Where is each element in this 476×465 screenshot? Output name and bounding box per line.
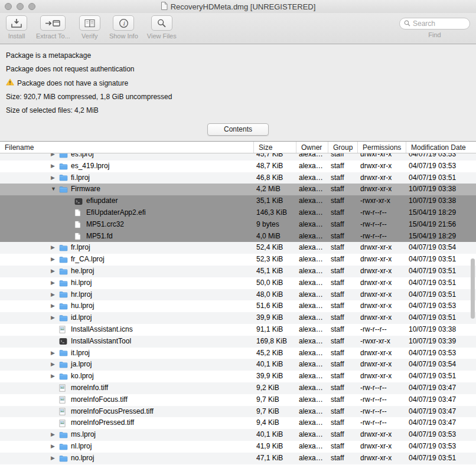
table-row[interactable]: InstallAssistantTool169,8 KiBalexa…staff… (0, 336, 476, 348)
group-cell: staff (328, 324, 358, 336)
folder-icon (59, 280, 70, 287)
search-input[interactable] (413, 19, 465, 28)
table-row[interactable]: fi.lproj46,8 KiBalexa…staffdrwxr-xr-x04/… (0, 172, 476, 184)
size-cell: 91,1 KiB (254, 324, 296, 336)
table-row[interactable]: hu.lproj51,6 KiBalexa…staffdrwxr-xr-x04/… (0, 300, 476, 312)
table-row[interactable]: nl.lproj41,9 KiBalexa…staffdrwxr-xr-x04/… (0, 441, 476, 453)
view-files-button[interactable]: View Files (147, 15, 177, 40)
verify-button[interactable]: Verify (79, 15, 100, 40)
group-cell: staff (328, 254, 358, 266)
table-row[interactable]: moreInfo.tiff9,2 KiBalexa…staff-rw-r--r-… (0, 382, 476, 394)
image-icon (59, 396, 70, 404)
disclosure-triangle[interactable] (51, 242, 59, 254)
table-row[interactable]: moreInfoFocus.tiff9,7 KiBalexa…staff-rw-… (0, 394, 476, 406)
table-row[interactable]: es_419.lproj48,7 KiBalexa…staffdrwxr-xr-… (0, 161, 476, 172)
permissions-cell: drwxr-xr-x (358, 453, 406, 464)
owner-cell: alexa… (296, 441, 328, 453)
disclosure-triangle[interactable] (51, 371, 59, 382)
disclosure-triangle[interactable] (51, 453, 59, 464)
table-row[interactable]: he.lproj45,1 KiBalexa…staffdrwxr-xr-x04/… (0, 266, 476, 277)
tab-bar: Contents (0, 120, 476, 141)
disclosure-triangle[interactable] (51, 429, 59, 441)
folder-icon (59, 455, 70, 462)
disclosure-triangle[interactable] (51, 172, 59, 184)
modification-date-cell: 04/07/19 03:51 (406, 277, 476, 289)
folder-icon (59, 186, 70, 193)
column-header-size[interactable]: Size (254, 142, 296, 153)
modification-date-cell: 04/07/19 03:53 (406, 300, 476, 312)
table-row[interactable]: ja.lproj40,1 KiBalexa…staffdrwxr-xr-x04/… (0, 359, 476, 371)
owner-cell: alexa… (296, 429, 328, 441)
table-row[interactable]: hr.lproj48,0 KiBalexa…staffdrwxr-xr-x04/… (0, 289, 476, 301)
table-row[interactable]: Firmware4,2 MiBalexa…staffdrwxr-xr-x10/0… (0, 184, 476, 195)
table-row[interactable]: hi.lproj50,0 KiBalexa…staffdrwxr-xr-x04/… (0, 277, 476, 289)
folder-icon (59, 163, 70, 170)
disclosure-triangle[interactable] (51, 289, 59, 301)
titlebar[interactable]: RecoveryHDMeta.dmg [UNREGISTERED] (0, 0, 476, 13)
table-row[interactable]: fr_CA.lproj52,3 KiBalexa…staffdrwxr-xr-x… (0, 254, 476, 266)
table-row[interactable]: fr.lproj52,4 KiBalexa…staffdrwxr-xr-x04/… (0, 242, 476, 254)
permissions-cell: drwxr-xr-x (358, 312, 406, 324)
app-window: RecoveryHDMeta.dmg [UNREGISTERED] Instal… (0, 0, 476, 465)
disclosure-triangle[interactable] (51, 312, 59, 324)
size-cell: 9,7 KiB (254, 394, 296, 406)
document-proxy-icon (161, 2, 168, 12)
table-row[interactable]: MP51.fd4,0 MiBalexa…staff-rw-r--r--15/04… (0, 231, 476, 243)
table-row[interactable]: es.lproj45,7 KiBalexa…staffdrwxr-xr-x04/… (0, 153, 476, 161)
show-info-button[interactable]: i Show Info (109, 15, 138, 40)
permissions-cell: drwxr-xr-x (358, 254, 406, 266)
close-button[interactable] (5, 3, 12, 10)
filename-label: he.lproj (71, 266, 94, 277)
table-row[interactable]: ms.lproj40,1 KiBalexa…staffdrwxr-xr-x04/… (0, 429, 476, 441)
disclosure-triangle[interactable] (51, 266, 59, 277)
disclosure-triangle[interactable] (51, 254, 59, 266)
disclosure-triangle[interactable] (51, 441, 59, 453)
table-row[interactable]: MP51.crc329 bytesalexa…staff-rw-r--r--15… (0, 219, 476, 231)
search-field[interactable] (399, 18, 470, 30)
disclosure-triangle[interactable] (51, 184, 59, 195)
tab-contents[interactable]: Contents (207, 123, 269, 136)
column-header-owner[interactable]: Owner (296, 142, 328, 153)
table-row[interactable]: EfiUpdaterApp2.efi146,3 KiBalexa…staff-r… (0, 207, 476, 219)
permissions-cell: -rw-r--r-- (358, 324, 406, 336)
folder-icon (59, 174, 70, 181)
owner-cell: alexa… (296, 312, 328, 324)
disclosure-triangle[interactable] (51, 348, 59, 359)
column-header-filename[interactable]: Filename (0, 142, 254, 153)
info-signature-warning: Package does not have a signature (6, 78, 470, 87)
table-row[interactable]: id.lproj39,9 KiBalexa…staffdrwxr-xr-x04/… (0, 312, 476, 324)
install-button[interactable]: Install (6, 15, 27, 40)
owner-cell: alexa… (296, 184, 328, 195)
modification-date-cell: 04/07/19 03:47 (406, 394, 476, 406)
size-cell: 45,2 KiB (254, 348, 296, 359)
filename-label: MP51.fd (86, 231, 113, 243)
modification-date-cell: 04/07/19 03:54 (406, 242, 476, 254)
disclosure-triangle[interactable] (51, 153, 59, 161)
zoom-button[interactable] (28, 3, 35, 10)
permissions-cell: -rw-r--r-- (358, 231, 406, 243)
size-cell: 41,9 KiB (254, 441, 296, 453)
size-cell: 146,3 KiB (254, 207, 296, 219)
filename-label: ja.lproj (71, 359, 92, 371)
vertical-scrollbar-thumb[interactable] (471, 258, 475, 319)
table-row[interactable]: moreInfoPressed.tiff9,4 KiBalexa…staff-r… (0, 417, 476, 429)
column-header-modification-date[interactable]: Modification Date (406, 142, 476, 153)
group-cell: staff (328, 453, 358, 464)
disclosure-triangle[interactable] (51, 277, 59, 289)
minimize-button[interactable] (17, 3, 24, 10)
disclosure-triangle[interactable] (51, 300, 59, 312)
info-icon: i (113, 15, 134, 31)
disclosure-triangle[interactable] (51, 161, 59, 172)
table-row[interactable]: it.lproj45,2 KiBalexa…staffdrwxr-xr-x04/… (0, 348, 476, 359)
table-row[interactable]: no.lproj47,1 KiBalexa…staffdrwxr-xr-x04/… (0, 453, 476, 464)
column-header-permissions[interactable]: Permissions (358, 142, 406, 153)
table-row[interactable]: ko.lproj39,9 KiBalexa…staffdrwxr-xr-x04/… (0, 371, 476, 382)
extract-to-button[interactable]: Extract To... (36, 15, 70, 40)
table-row[interactable]: InstallAssistant.icns91,1 KiBalexa…staff… (0, 324, 476, 336)
table-row[interactable]: efiupdater35,1 KiBalexa…staff-rwxr-xr-x1… (0, 195, 476, 207)
permissions-cell: -rw-r--r-- (358, 382, 406, 394)
disclosure-triangle[interactable] (51, 359, 59, 371)
column-header-group[interactable]: Group (328, 142, 358, 153)
table-row[interactable]: moreInfoFocusPressed.tiff9,7 KiBalexa…st… (0, 406, 476, 418)
file-icon (74, 232, 85, 240)
